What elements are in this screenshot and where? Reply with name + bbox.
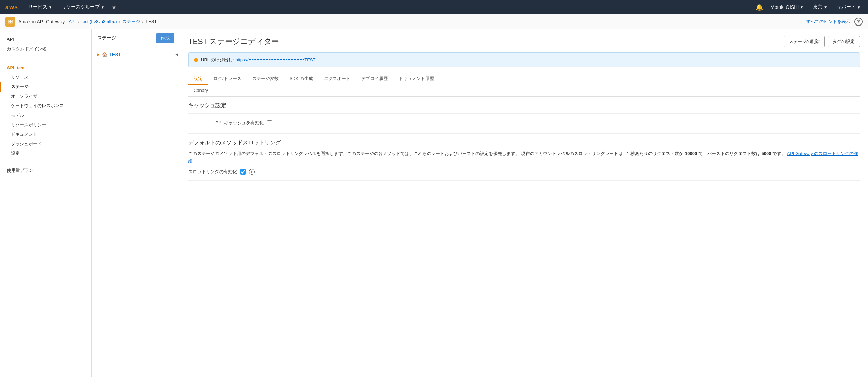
tabs-container: 設定 ログ/トレース ステージ変数 SDK の生成 エクスポート デプロイ履歴 … — [188, 73, 860, 97]
throttling-enable-row: スロットリングの有効化 i — [188, 169, 860, 175]
sidebar-divider-2 — [0, 162, 91, 162]
help-circle-icon[interactable]: ? — [854, 18, 863, 26]
resources-menu[interactable]: リソースグループ ▼ — [59, 3, 106, 12]
tab-export[interactable]: エクスポート — [318, 73, 356, 85]
sidebar-item-gateway-response[interactable]: ゲートウェイのレスポンス — [0, 101, 91, 111]
pin-icon[interactable]: ★ — [112, 4, 116, 10]
tab-sdk-generation[interactable]: SDK の生成 — [284, 73, 318, 85]
tab-stage-variables[interactable]: ステージ変数 — [247, 73, 284, 85]
support-chevron-icon: ▼ — [857, 5, 861, 9]
tab-canary[interactable]: Canary — [188, 85, 213, 97]
tab-settings[interactable]: 設定 — [188, 73, 208, 85]
throttling-info-icon[interactable]: i — [249, 169, 255, 175]
tab-logs-traces[interactable]: ログ/トレース — [208, 73, 247, 85]
cache-settings-section: キャッシュ設定 API キャッシュを有効化 — [188, 97, 860, 134]
sub-tabs-row: Canary — [188, 85, 860, 96]
main-layout: API カスタムドメイン名 API: test リソース ステージ オーソライザ… — [0, 29, 868, 377]
page-header: TEST ステージエディター ステージの削除 タグの設定 — [188, 36, 860, 47]
stage-list: ▶ 🏠 TEST — [92, 47, 173, 62]
sidebar-item-stages[interactable]: ステージ — [0, 82, 91, 92]
aws-logo-text: aws — [5, 4, 18, 11]
sidebar-item-documentation[interactable]: ドキュメント — [0, 130, 91, 139]
url-status-dot — [194, 58, 198, 62]
stage-item-test[interactable]: ▶ 🏠 TEST — [92, 50, 173, 59]
burst-count: 5000 — [762, 151, 771, 156]
sidebar-item-resource-policy[interactable]: リソースポリシー — [0, 120, 91, 130]
page-title: TEST ステージエディター — [188, 36, 279, 47]
notifications-bell-icon[interactable]: 🔔 — [756, 3, 763, 11]
sidebar-usage-plans[interactable]: 使用量プラン — [0, 165, 91, 176]
throttling-enable-label: スロットリングの有効化 — [188, 169, 237, 175]
throttling-section-title: デフォルトのメソッドスロットリング — [188, 139, 860, 146]
api-cache-checkbox[interactable] — [267, 120, 272, 125]
throttling-checkbox[interactable] — [240, 169, 246, 175]
api-cache-label: API キャッシュを有効化 — [215, 120, 264, 126]
user-name: Motoki OISHI — [770, 4, 799, 10]
sidebar-item-dashboard[interactable]: ダッシュボード — [0, 139, 91, 149]
breadcrumb-current: TEST — [145, 19, 157, 24]
top-navigation: aws サービス ▼ リソースグループ ▼ ★ 🔔 Motoki OISHI ▼… — [0, 0, 868, 14]
breadcrumb-stage-link[interactable]: ステージ — [122, 19, 140, 25]
breadcrumb-sep-2: › — [119, 19, 120, 24]
breadcrumb-api-name-link[interactable]: test (hv8vh3mfbd) — [82, 19, 117, 24]
sidebar-item-authorizers[interactable]: オーソライザー — [0, 92, 91, 101]
sidebar-item-resources[interactable]: リソース — [0, 72, 91, 82]
api-gateway-icon: ⊞ — [8, 18, 13, 25]
sidebar-item-models[interactable]: モデル — [0, 111, 91, 120]
api-cache-row: API キャッシュを有効化 — [188, 118, 860, 128]
sidebar-api-item[interactable]: API — [0, 35, 91, 44]
breadcrumb-sep-3: › — [142, 19, 143, 24]
stage-panel-title: ステージ — [97, 35, 116, 41]
resources-label: リソースグループ — [62, 4, 100, 10]
nav-right: 🔔 Motoki OISHI ▼ 東京 ▼ サポート ▼ — [756, 3, 863, 12]
user-menu[interactable]: Motoki OISHI ▼ — [768, 3, 805, 11]
service-logo: ⊞ — [5, 17, 15, 27]
user-chevron-icon: ▼ — [800, 5, 803, 9]
tab-document-history[interactable]: ドキュメント履歴 — [393, 73, 439, 85]
breadcrumb-sep-1: › — [78, 19, 79, 24]
breadcrumb-bar: ⊞ Amazon API Gateway API › test (hv8vh3m… — [0, 14, 868, 29]
tabs-row: 設定 ログ/トレース ステージ変数 SDK の生成 エクスポート デプロイ履歴 … — [188, 73, 860, 85]
breadcrumb-api-link[interactable]: API — [69, 19, 76, 24]
throttling-section: デフォルトのメソッドスロットリング このステージのメソッド用のデフォルトのスロッ… — [188, 134, 860, 181]
services-chevron-icon: ▼ — [49, 5, 52, 9]
stage-panel-header: ステージ 作成 — [92, 29, 180, 47]
resources-chevron-icon: ▼ — [101, 5, 104, 9]
url-call-label: URL の呼び出し: — [201, 57, 234, 62]
tag-settings-button[interactable]: タグの設定 — [828, 36, 860, 47]
collapse-panel-button[interactable]: ◀ — [173, 47, 180, 62]
support-label: サポート — [837, 4, 856, 10]
region-menu[interactable]: 東京 ▼ — [811, 3, 829, 12]
content-area: TEST ステージエディター ステージの削除 タグの設定 URL の呼び出し: … — [180, 29, 868, 377]
requests-count: 10000 — [685, 151, 697, 156]
services-label: サービス — [28, 4, 47, 10]
sidebar-api-title: API: test — [0, 61, 91, 72]
stage-arrow-icon: ▶ — [97, 53, 100, 56]
stage-icon: 🏠 — [102, 52, 107, 57]
sidebar-item-settings[interactable]: 設定 — [0, 149, 91, 158]
throttling-description: このステージのメソッド用のデフォルトのスロットリングレベルを選択します。このステ… — [188, 150, 860, 165]
collapse-icon: ◀ — [175, 52, 178, 57]
region-label: 東京 — [813, 4, 822, 10]
services-menu[interactable]: サービス ▼ — [26, 3, 54, 12]
stage-panel: ステージ 作成 ▶ 🏠 TEST ◀ — [92, 29, 180, 377]
url-label: URL の呼び出し: https://•••••••••••••••••••••… — [201, 57, 315, 63]
aws-logo: aws — [5, 4, 18, 11]
region-chevron-icon: ▼ — [824, 5, 827, 9]
service-name: Amazon API Gateway — [18, 19, 65, 24]
hint-link[interactable]: すべてのヒントを表示 — [806, 19, 850, 25]
delete-stage-button[interactable]: ステージの削除 — [784, 36, 825, 47]
cache-section-title: キャッシュ設定 — [188, 102, 860, 109]
stage-name: TEST — [109, 52, 121, 57]
url-banner: URL の呼び出し: https://•••••••••••••••••••••… — [188, 52, 860, 67]
breadcrumb-right: すべてのヒントを表示 ? — [806, 18, 863, 26]
url-value[interactable]: https://••••••••••••••••••••••••••••••••… — [235, 57, 315, 62]
header-buttons: ステージの削除 タグの設定 — [784, 36, 860, 47]
support-menu[interactable]: サポート ▼ — [835, 3, 863, 12]
create-stage-button[interactable]: 作成 — [156, 33, 174, 43]
sidebar-divider — [0, 58, 91, 58]
left-sidebar: API カスタムドメイン名 API: test リソース ステージ オーソライザ… — [0, 29, 92, 377]
sidebar-custom-domain-item[interactable]: カスタムドメイン名 — [0, 44, 91, 54]
tab-deploy-history[interactable]: デプロイ履歴 — [356, 73, 393, 85]
breadcrumb: API › test (hv8vh3mfbd) › ステージ › TEST — [69, 19, 157, 25]
